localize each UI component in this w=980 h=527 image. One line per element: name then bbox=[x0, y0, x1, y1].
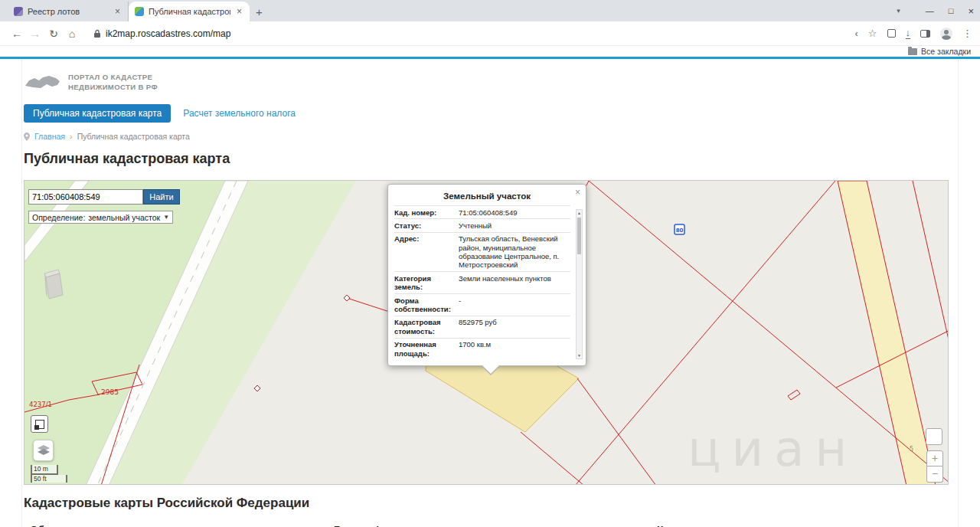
layers-icon bbox=[38, 445, 50, 456]
download-icon[interactable]: ↓ bbox=[906, 28, 911, 39]
scroll-up-icon[interactable]: ▲ bbox=[577, 211, 582, 215]
footer-columns: Области Города федерального значения Кра… bbox=[24, 524, 956, 527]
tab-tax-calc[interactable]: Расчет земельного налога bbox=[174, 104, 305, 123]
tab-close-icon[interactable]: × bbox=[113, 6, 122, 17]
browser-window: Реестр лотов × Публичная кадастровая ка … bbox=[0, 0, 980, 527]
popup-pointer bbox=[482, 365, 500, 374]
popup-row: Статус: Учтенный bbox=[394, 219, 570, 232]
russia-map-icon bbox=[24, 73, 62, 93]
parcel-type-select[interactable]: Определение: земельный участок ▼ bbox=[28, 211, 173, 224]
footer-col-oblasti[interactable]: Области bbox=[24, 524, 334, 527]
all-bookmarks-label[interactable]: Все закладки bbox=[921, 47, 971, 56]
lock-icon bbox=[93, 29, 101, 38]
breadcrumb-separator-icon: › bbox=[70, 132, 73, 141]
browser-tab-cadastre[interactable]: Публичная кадастровая ка × bbox=[129, 2, 250, 21]
forward-icon[interactable]: → bbox=[26, 28, 44, 40]
parcel-label: 2985 bbox=[101, 388, 119, 396]
tab-close-icon[interactable]: × bbox=[235, 6, 243, 17]
tab-public-map[interactable]: Публичная кадастровая карта bbox=[24, 104, 171, 123]
map-scale: 10 m 50 ft bbox=[31, 465, 67, 483]
minimap-button[interactable] bbox=[31, 415, 48, 433]
footer-col-kraya[interactable]: Края bbox=[657, 524, 956, 527]
tab-title: Публичная кадастровая ка bbox=[149, 7, 230, 16]
scale-imperial: 50 ft bbox=[31, 475, 67, 483]
parcel-label: 4237/1 bbox=[29, 401, 52, 408]
popup-row: Кадастровая стоимость: 852975 руб bbox=[394, 316, 570, 339]
reload-icon[interactable]: ↻ bbox=[44, 28, 63, 40]
footer-heading: Кадастровые карты Российской Федерации bbox=[24, 496, 956, 511]
minimap-icon bbox=[35, 420, 44, 429]
bookmarks-bar: Все закладки bbox=[0, 46, 980, 57]
footer-col-federal-cities[interactable]: Города федерального значения bbox=[334, 524, 657, 527]
menu-dots-icon[interactable]: ⋮ bbox=[962, 28, 972, 38]
page-content: ПОРТАЛ О КАДАСТРЕ НЕДВИЖИМОСТИ В РФ Публ… bbox=[21, 59, 959, 527]
popup-title: Земельный участок bbox=[394, 189, 580, 205]
breadcrumb-current: Публичная кадастровая карта bbox=[77, 132, 190, 141]
popup-row: Адрес: Тульская область, Веневский район… bbox=[394, 233, 570, 273]
layers-button[interactable] bbox=[33, 440, 54, 461]
popup-row: Кад. номер: 71:05:060408:549 bbox=[394, 206, 570, 219]
page-title: Публичная кадастровая карта bbox=[24, 151, 956, 167]
cadastre-favicon-icon bbox=[135, 7, 144, 16]
popup-row: Уточненная площадь: 1700 кв.м bbox=[394, 339, 570, 360]
map-small-label: 5 bbox=[910, 446, 913, 453]
svg-text:80: 80 bbox=[676, 227, 684, 234]
search-button[interactable]: Найти bbox=[143, 189, 180, 205]
road-sign-marker[interactable]: 80 bbox=[675, 224, 684, 234]
popup-rows: Кад. номер: 71:05:060408:549 Статус: Учт… bbox=[394, 205, 570, 359]
home-icon[interactable]: ⌂ bbox=[63, 28, 81, 40]
address-bar-actions: ‹ ☆ ↓ ⋮ bbox=[855, 28, 973, 40]
maximize-button[interactable]: □ bbox=[949, 6, 954, 15]
window-controls: ▾ — □ × bbox=[897, 0, 974, 21]
back-icon[interactable]: ← bbox=[8, 28, 26, 40]
lots-favicon-icon bbox=[14, 7, 23, 16]
profile-avatar[interactable] bbox=[940, 28, 952, 40]
zoom-in-button[interactable]: + bbox=[926, 450, 943, 466]
extensions-icon[interactable] bbox=[887, 29, 896, 38]
scale-metric: 10 m bbox=[31, 465, 58, 475]
site-nav: Публичная кадастровая карта Расчет земел… bbox=[24, 104, 956, 123]
browser-address-bar: ← → ↻ ⌂ ik2map.roscadastres.com/map ‹ ☆ … bbox=[0, 21, 980, 46]
bookmarks-folder-icon[interactable] bbox=[908, 48, 917, 55]
watermark-text: циан bbox=[688, 421, 858, 477]
new-tab-button[interactable]: + bbox=[256, 5, 263, 18]
map-search: Найти bbox=[28, 189, 180, 205]
bookmark-star-icon[interactable]: ☆ bbox=[868, 28, 877, 38]
building-shape bbox=[44, 270, 63, 299]
filter-value: земельный участок bbox=[88, 213, 160, 222]
popup-row: Форма собственности: - bbox=[394, 294, 570, 316]
logo-line1: ПОРТАЛ О КАДАСТРЕ bbox=[68, 73, 158, 83]
popup-scrollbar[interactable]: ▲ ▼ bbox=[576, 209, 583, 359]
minimize-button[interactable]: — bbox=[926, 6, 934, 15]
side-panel-icon[interactable] bbox=[920, 30, 930, 38]
fullscreen-button[interactable] bbox=[926, 428, 942, 445]
popup-close-icon[interactable]: × bbox=[575, 187, 580, 198]
close-window-button[interactable]: × bbox=[968, 5, 974, 17]
zoom-controls: + − bbox=[926, 450, 943, 483]
share-icon[interactable]: ‹ bbox=[855, 28, 858, 38]
url-text: ik2map.roscadastres.com/map bbox=[106, 28, 230, 39]
logo-line2: НЕДВИЖИМОСТИ В РФ bbox=[68, 83, 158, 93]
scrollbar-thumb[interactable] bbox=[577, 218, 581, 254]
parcel-info-popup: Земельный участок × Кад. номер: 71:05:06… bbox=[387, 184, 586, 366]
scroll-down-icon[interactable]: ▼ bbox=[577, 353, 582, 358]
cadastral-number-input[interactable] bbox=[28, 189, 143, 205]
breadcrumb: Главная › Публичная кадастровая карта bbox=[24, 132, 956, 141]
breadcrumb-home[interactable]: Главная bbox=[34, 132, 65, 141]
tab-title: Реестр лотов bbox=[28, 7, 109, 16]
chevron-down-icon: ▼ bbox=[163, 214, 169, 221]
site-logo[interactable]: ПОРТАЛ О КАДАСТРЕ НЕДВИЖИМОСТИ В РФ bbox=[24, 59, 956, 95]
map-canvas[interactable]: циан bbox=[24, 180, 949, 485]
browser-tab-bar: Реестр лотов × Публичная кадастровая ка … bbox=[0, 0, 980, 21]
browser-tab-lots[interactable]: Реестр лотов × bbox=[8, 2, 129, 21]
tab-search-chevron-icon[interactable]: ▾ bbox=[897, 7, 900, 15]
filter-label: Определение: bbox=[32, 213, 85, 222]
url-field[interactable]: ik2map.roscadastres.com/map bbox=[86, 25, 844, 43]
logo-text: ПОРТАЛ О КАДАСТРЕ НЕДВИЖИМОСТИ В РФ bbox=[68, 73, 158, 93]
zoom-out-button[interactable]: − bbox=[926, 466, 943, 483]
popup-row: Категория земель: Земли населенных пункт… bbox=[394, 272, 570, 294]
pin-icon bbox=[24, 133, 30, 141]
